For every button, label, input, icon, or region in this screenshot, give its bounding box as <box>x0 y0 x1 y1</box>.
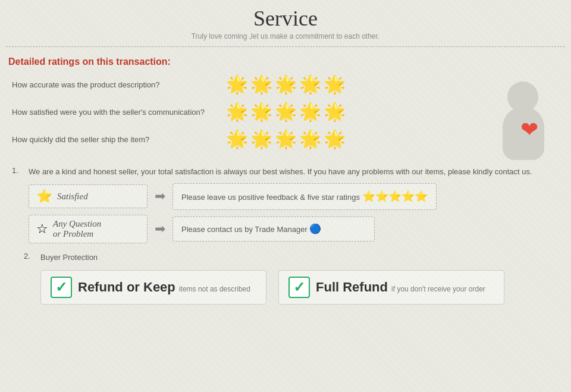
ratings-left: How accurate was the product description… <box>12 71 476 160</box>
stars-group-2: 🌟 🌟 🌟 🌟 🌟 <box>226 103 346 121</box>
list-section: 1. We are a kind and honest seller, your… <box>0 160 571 322</box>
question-box: ☆ Any Questionor Problem <box>29 215 148 243</box>
check-box-full-refund: ✓ <box>288 277 310 298</box>
star-2-1: 🌟 <box>226 103 248 121</box>
refund-or-keep-sub: items not as described <box>179 285 250 293</box>
star-1-5: 🌟 <box>324 76 346 93</box>
star-3-3: 🌟 <box>275 130 297 148</box>
rating-row-1: How accurate was the product description… <box>12 71 476 98</box>
rating-question-2: How satisfied were you with the seller's… <box>12 108 214 117</box>
header-divider <box>6 46 565 47</box>
feedback-row-satisfied: ⭐ Satisfied ➡ Please leave us positive f… <box>29 183 559 210</box>
refund-or-keep-main: Refund or Keep <box>78 280 179 294</box>
section-title: Detailed ratings on this transaction: <box>0 51 571 71</box>
check-mark-refund: ✓ <box>55 279 67 296</box>
trade-manager-icon: 🔵 <box>309 224 321 234</box>
page-subtitle: Truly love coming ,let us make a commitm… <box>0 32 571 40</box>
list-num-2: 2. <box>24 252 36 261</box>
arrow-icon-2: ➡ <box>155 221 165 237</box>
feedback-row-question: ☆ Any Questionor Problem ➡ Please contac… <box>29 215 559 243</box>
five-stars-display: ⭐⭐⭐⭐⭐ <box>362 190 428 202</box>
arrow-icon-1: ➡ <box>155 189 165 204</box>
ratings-container: How accurate was the product description… <box>0 71 571 160</box>
star-3-2: 🌟 <box>250 130 272 148</box>
star-2-3: 🌟 <box>275 103 297 121</box>
satisfied-label: Satisfied <box>57 192 88 202</box>
star-3-4: 🌟 <box>299 130 321 148</box>
stars-group-3: 🌟 🌟 🌟 🌟 🌟 <box>226 130 346 148</box>
buyer-protection-title: Buyer Protection <box>40 252 98 264</box>
stars-group-1: 🌟 🌟 🌟 🌟 🌟 <box>226 76 346 93</box>
star-3-1: 🌟 <box>226 130 248 148</box>
protection-cards: ✓ Refund or Keep items not as described … <box>40 270 547 305</box>
satisfied-star-icon: ⭐ <box>36 189 52 204</box>
star-1-2: 🌟 <box>250 76 272 93</box>
trade-manager-message: Please contact us by Trade Manager 🔵 <box>172 217 375 242</box>
buyer-title-row: 2. Buyer Protection <box>24 252 547 264</box>
trade-manager-text: Please contact us by Trade Manager <box>181 225 309 234</box>
list-number-row-1: 1. We are a kind and honest seller, your… <box>12 166 559 178</box>
star-2-2: 🌟 <box>250 103 272 121</box>
figure-illustration: ❤ <box>491 71 556 160</box>
positive-feedback-message: Please leave us positive feedback & five… <box>172 183 437 210</box>
refund-or-keep-card: ✓ Refund or Keep items not as described <box>40 270 266 305</box>
rating-question-1: How accurate was the product description… <box>12 80 214 89</box>
refund-or-keep-content: Refund or Keep items not as described <box>78 280 250 295</box>
ratings-right: ❤ <box>488 71 559 160</box>
full-refund-main: Full Refund <box>316 280 391 294</box>
rating-row-3: How quickly did the seller ship the item… <box>12 126 476 153</box>
page-header: Service Truly love coming ,let us make a… <box>0 0 571 43</box>
satisfied-box: ⭐ Satisfied <box>29 184 148 208</box>
positive-feedback-text: Please leave us positive feedback & five… <box>181 193 362 202</box>
star-1-3: 🌟 <box>275 76 297 93</box>
check-mark-full-refund: ✓ <box>293 279 305 296</box>
list-item-1: 1. We are a kind and honest seller, your… <box>12 166 559 243</box>
list-item-2: 2. Buyer Protection ✓ Refund or Keep ite… <box>12 249 559 311</box>
full-refund-card: ✓ Full Refund if you don't receive your … <box>278 270 504 305</box>
check-box-refund: ✓ <box>51 277 72 298</box>
star-2-4: 🌟 <box>299 103 321 121</box>
full-refund-content: Full Refund if you don't receive your or… <box>316 280 485 295</box>
star-1-4: 🌟 <box>299 76 321 93</box>
rating-question-3: How quickly did the seller ship the item… <box>12 135 214 144</box>
star-2-5: 🌟 <box>324 103 346 121</box>
question-star-icon: ☆ <box>36 221 48 237</box>
list-num-1: 1. <box>12 166 24 175</box>
full-refund-sub: if you don't receive your order <box>391 285 485 293</box>
rating-row-2: How satisfied were you with the seller's… <box>12 98 476 126</box>
star-3-5: 🌟 <box>324 130 346 148</box>
feedback-rows: ⭐ Satisfied ➡ Please leave us positive f… <box>29 183 559 243</box>
star-1-1: 🌟 <box>226 76 248 93</box>
question-label: Any Questionor Problem <box>53 219 101 239</box>
figure-heart-icon: ❤ <box>520 117 538 142</box>
page-title: Service <box>0 6 571 31</box>
list-text-1: We are a kind and honest seller, your to… <box>29 166 532 178</box>
